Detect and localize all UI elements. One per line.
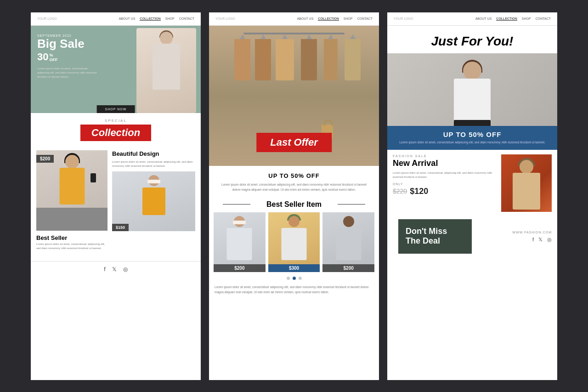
person-head-1 (160, 32, 173, 45)
cloth-2 (255, 34, 271, 80)
up-to-section: UP TO 50% OFF Lorem ipsum dolor sit amet… (209, 166, 379, 196)
price-row: $220 $120 (393, 187, 497, 196)
best-seller-title-2: Best Seller Item (209, 196, 379, 212)
card-1: YOUR LOGO ABOUT US COLLECTION SHOP CONTA… (31, 12, 201, 380)
gi3-person (322, 212, 374, 272)
social-fb-3[interactable]: f (532, 237, 534, 243)
nav-collection-1[interactable]: COLLECTION (140, 17, 161, 21)
up-to-lorem: Lorem ipsum dolor sit amet, consectetuer… (218, 182, 370, 192)
nav-shop-2[interactable]: SHOP (344, 17, 353, 21)
special-label-1: SPECIAL (31, 119, 201, 123)
logo-2: YOUR LOGO (215, 17, 235, 20)
dot-2[interactable] (293, 277, 296, 280)
social-tw-1[interactable]: 𝕏 (112, 266, 117, 273)
social-ig-1[interactable]: ◎ (123, 266, 128, 273)
logo-3: YOUR LOGO (394, 17, 413, 20)
mini-img-1: $150 (112, 171, 195, 231)
offer-box-3: UP TO 50% OFF Lorem ipsum dolor sit amet… (387, 126, 557, 149)
nav-collection-3[interactable]: COLLECTION (496, 17, 517, 21)
special-section-1: SPECIAL Collection (31, 113, 201, 144)
pct-sign: % (49, 53, 57, 57)
nav-2: YOUR LOGO ABOUT US COLLECTION SHOP CONTA… (209, 12, 379, 26)
logo-1: YOUR LOGO (37, 17, 57, 20)
grid-price-3: $200 (322, 264, 374, 272)
cloth-6 (345, 34, 361, 80)
miss-line2: The Deal (406, 236, 440, 245)
hero-1: SEPTEMBER 2022 Big Sale 30 % OFF Lorem i… (31, 26, 201, 113)
cloth-piece-4 (301, 39, 317, 80)
arr-head (520, 160, 533, 174)
best-seller-desc-1: Lorem ipsum dolor sit amet, consectetuer… (36, 242, 107, 251)
nav-links-1: ABOUT US COLLECTION SHOP CONTACT (119, 17, 194, 21)
hero-off-1: OFF (49, 57, 57, 62)
arrival-img (501, 154, 552, 212)
just-for-you-heading: Just For You! (387, 26, 557, 53)
offer-box-lorem: Lorem ipsum dolor sit amet, consectetuer… (394, 140, 551, 145)
nav-contact-3[interactable]: CONTACT (536, 17, 551, 21)
gi1-person (214, 212, 266, 272)
dot-3[interactable] (299, 277, 302, 280)
p1-head (65, 155, 79, 169)
social-ig-3[interactable]: ◎ (547, 237, 552, 243)
nav-collection-2[interactable]: COLLECTION (318, 17, 339, 21)
grid-img-3 (322, 212, 374, 272)
cloth-5 (324, 34, 338, 80)
cloth-piece-3 (276, 39, 294, 80)
nav-1: YOUR LOGO ABOUT US COLLECTION SHOP CONTA… (31, 12, 201, 26)
card2-lorem: Lorem ipsum dolor sit amet, consectetuer… (209, 284, 379, 295)
hero-title-1: Big Sale (37, 37, 97, 51)
mini-person-1 (112, 171, 195, 231)
nav-shop-1[interactable]: SHOP (165, 17, 175, 21)
grid-price-1: $200 (214, 264, 266, 272)
hook-1 (240, 34, 245, 39)
up-to-title: UP TO 50% OFF (218, 172, 370, 179)
cloth-piece-1 (234, 39, 250, 80)
nav-contact-2[interactable]: CONTACT (357, 17, 373, 21)
grid-img-2 (268, 212, 320, 272)
cloth-piece-2 (255, 39, 271, 80)
hook-4 (306, 34, 312, 39)
miss-line1: Don't Miss (406, 227, 447, 236)
grid-price-2: $300 (268, 264, 320, 272)
arrival-person (501, 154, 552, 212)
person-body-1 (136, 28, 196, 113)
nav-contact-1[interactable]: CONTACT (179, 17, 194, 21)
hero-lorem-1: Lorem ipsum dolor sit amet, consectetuer… (37, 67, 97, 79)
only-label: ONLY (393, 182, 497, 186)
hook-2 (260, 34, 266, 39)
gi3-head (343, 216, 354, 227)
nav-3: YOUR LOGO ABOUT US COLLECTION SHOP CONTA… (387, 12, 557, 26)
nav-links-3: ABOUT US COLLECTION SHOP CONTACT (475, 17, 551, 21)
cloth-4 (301, 34, 317, 80)
nav-about-2[interactable]: ABOUT US (297, 17, 314, 21)
hook-5 (328, 34, 334, 39)
mini-price-1: $150 (112, 224, 129, 231)
mini-sunglasses-1 (147, 180, 160, 183)
hero-pct-1: 30 (37, 51, 48, 63)
miss-deal-text: Don't Miss The Deal (406, 227, 464, 246)
nav-about-3[interactable]: ABOUT US (475, 17, 492, 21)
best-seller-title-1: Best Seller (36, 234, 107, 241)
prod-title-1: Beautiful Design (112, 150, 195, 157)
grid-img-1 (214, 212, 266, 272)
social-tw-3[interactable]: 𝕏 (538, 237, 543, 243)
hook-3 (282, 34, 288, 39)
nav-shop-3[interactable]: SHOP (522, 17, 531, 21)
new-arrival-section: FASHION SALE New Arrival Lorem ipsum dol… (387, 150, 557, 216)
cloth-piece-6 (345, 39, 361, 80)
social-fb-1[interactable]: f (104, 266, 105, 273)
hero-2: Last Offer (209, 26, 379, 166)
nav-links-2: ABOUT US COLLECTION SHOP CONTACT (297, 17, 373, 21)
cloth-piece-5 (324, 39, 338, 80)
dot-1[interactable] (287, 277, 290, 280)
last-offer-banner: Last Offer (256, 133, 332, 152)
gi2-head (288, 216, 300, 227)
bottom-row-3: Don't Miss The Deal WWW.FASHION.COM f 𝕏 … (387, 216, 557, 257)
prod-desc-1: Lorem ipsum dolor sit amet, consectetuer… (112, 160, 195, 169)
shop-now-btn-1[interactable]: SHOP NOW (97, 105, 135, 113)
p1-phone (90, 173, 96, 182)
arrival-desc: Lorem ipsum dolor sit amet, consectetuer… (393, 171, 497, 180)
prod-right-1: Beautiful Design Lorem ipsum dolor sit a… (112, 150, 195, 251)
nav-about-1[interactable]: ABOUT US (119, 17, 136, 21)
arrival-text: FASHION SALE New Arrival Lorem ipsum dol… (393, 154, 497, 196)
